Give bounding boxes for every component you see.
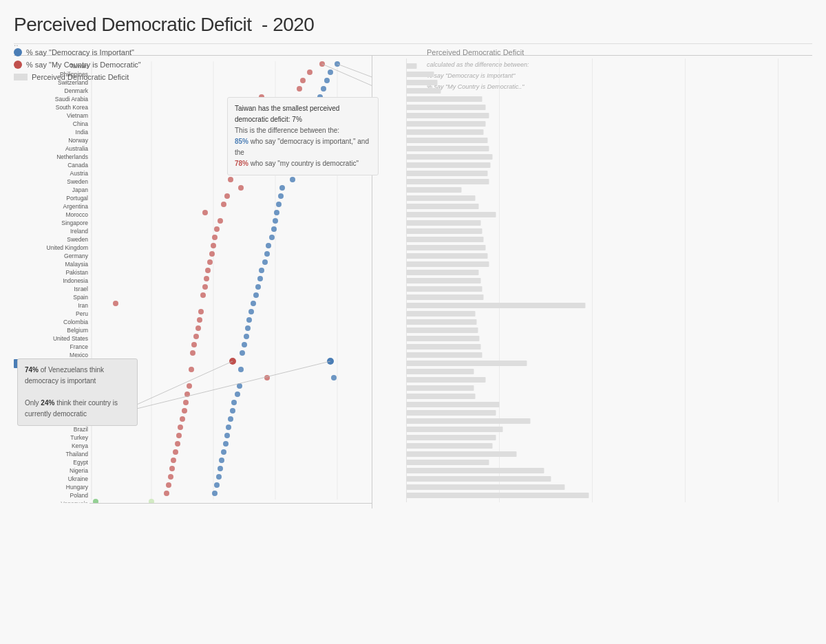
svg-text:Iran: Iran bbox=[78, 302, 88, 309]
svg-text:Taiwan: Taiwan bbox=[70, 63, 89, 69]
svg-rect-204 bbox=[407, 245, 486, 250]
svg-point-152 bbox=[189, 367, 194, 372]
svg-text:Brazil: Brazil bbox=[74, 426, 88, 433]
svg-point-93 bbox=[245, 325, 251, 331]
svg-point-157 bbox=[182, 408, 187, 414]
svg-text:Argentina: Argentina bbox=[63, 203, 89, 210]
svg-text:Mexico: Mexico bbox=[70, 352, 88, 358]
svg-rect-182 bbox=[407, 63, 417, 69]
svg-point-109 bbox=[219, 458, 224, 463]
svg-rect-225 bbox=[407, 418, 531, 424]
svg-point-64 bbox=[321, 86, 326, 92]
svg-rect-226 bbox=[407, 427, 503, 432]
svg-point-140 bbox=[205, 268, 211, 273]
svg-text:Australia: Australia bbox=[65, 145, 88, 152]
svg-point-132 bbox=[221, 202, 226, 207]
svg-point-149 bbox=[191, 342, 197, 347]
svg-point-94 bbox=[244, 334, 249, 339]
svg-text:Turkey: Turkey bbox=[70, 434, 88, 441]
svg-text:Malaysia: Malaysia bbox=[65, 261, 88, 268]
svg-point-78 bbox=[276, 202, 282, 207]
svg-text:Spain: Spain bbox=[73, 294, 88, 301]
svg-text:South Korea: South Korea bbox=[56, 104, 89, 111]
svg-point-96 bbox=[240, 350, 245, 356]
svg-rect-209 bbox=[407, 286, 483, 292]
svg-point-160 bbox=[176, 433, 182, 438]
svg-text:Egypt: Egypt bbox=[73, 459, 88, 466]
svg-text:Japan: Japan bbox=[72, 186, 88, 193]
svg-point-87 bbox=[257, 276, 263, 281]
main-title: Perceived Democratic Deficit - 2020 bbox=[14, 14, 812, 36]
svg-rect-232 bbox=[407, 476, 551, 482]
svg-point-106 bbox=[224, 433, 230, 438]
svg-rect-224 bbox=[407, 410, 496, 416]
svg-point-83 bbox=[266, 243, 271, 248]
svg-rect-227 bbox=[407, 435, 496, 440]
svg-rect-198 bbox=[407, 195, 476, 201]
svg-rect-233 bbox=[407, 484, 565, 490]
svg-text:Hungary: Hungary bbox=[66, 484, 89, 491]
svg-point-147 bbox=[195, 325, 201, 331]
svg-rect-197 bbox=[407, 187, 462, 193]
svg-point-61 bbox=[335, 61, 340, 67]
svg-text:India: India bbox=[76, 129, 89, 136]
right-chart-svg: 0% 25% 50% 75% 100% bbox=[372, 58, 812, 506]
svg-point-88 bbox=[255, 284, 261, 290]
svg-point-146 bbox=[197, 317, 202, 323]
svg-point-168 bbox=[93, 499, 98, 503]
svg-point-90 bbox=[251, 301, 256, 306]
svg-point-134 bbox=[218, 218, 223, 224]
svg-text:Austria: Austria bbox=[70, 170, 89, 177]
svg-rect-199 bbox=[407, 204, 479, 209]
svg-text:Nigeria: Nigeria bbox=[70, 467, 88, 474]
svg-point-113 bbox=[212, 491, 218, 496]
svg-text:Canada: Canada bbox=[67, 162, 88, 169]
svg-point-129 bbox=[228, 177, 233, 182]
svg-rect-223 bbox=[407, 402, 500, 407]
svg-point-117 bbox=[300, 78, 306, 83]
svg-point-92 bbox=[246, 317, 252, 323]
svg-point-116 bbox=[307, 69, 313, 75]
svg-point-102 bbox=[231, 400, 237, 405]
svg-rect-221 bbox=[407, 385, 474, 391]
svg-point-145 bbox=[198, 309, 204, 314]
svg-point-159 bbox=[178, 425, 183, 430]
svg-point-76 bbox=[279, 185, 285, 191]
svg-rect-206 bbox=[407, 261, 489, 267]
svg-point-79 bbox=[274, 210, 279, 215]
svg-rect-184 bbox=[407, 80, 438, 85]
svg-rect-210 bbox=[407, 294, 484, 300]
svg-text:Switzerland: Switzerland bbox=[58, 79, 88, 86]
svg-point-105 bbox=[226, 425, 231, 430]
svg-point-108 bbox=[221, 449, 226, 455]
svg-text:Colombia: Colombia bbox=[63, 319, 88, 325]
svg-rect-208 bbox=[407, 278, 481, 283]
svg-text:France: France bbox=[70, 343, 89, 350]
svg-point-77 bbox=[278, 193, 284, 199]
svg-point-101 bbox=[235, 391, 240, 397]
svg-rect-200 bbox=[407, 212, 496, 217]
svg-text:Singapore: Singapore bbox=[61, 219, 88, 226]
svg-point-138 bbox=[209, 251, 215, 257]
svg-point-148 bbox=[193, 334, 199, 339]
svg-text:Norway: Norway bbox=[68, 137, 89, 144]
svg-point-85 bbox=[262, 259, 268, 265]
svg-rect-234 bbox=[407, 493, 589, 498]
svg-rect-196 bbox=[407, 179, 489, 184]
svg-rect-188 bbox=[407, 113, 489, 118]
venezuela-tooltip: 74% of Venezuelans think democracy is im… bbox=[17, 358, 138, 426]
svg-text:Poland: Poland bbox=[70, 492, 89, 499]
svg-point-86 bbox=[259, 268, 264, 273]
svg-point-150 bbox=[190, 350, 195, 356]
svg-rect-190 bbox=[407, 129, 484, 135]
svg-point-118 bbox=[297, 86, 302, 92]
svg-point-95 bbox=[242, 342, 247, 347]
svg-point-75 bbox=[290, 177, 295, 182]
svg-text:Sweden: Sweden bbox=[67, 236, 88, 243]
svg-point-100 bbox=[237, 383, 242, 389]
svg-point-111 bbox=[216, 474, 222, 480]
svg-text:Saudi Arabia: Saudi Arabia bbox=[55, 96, 88, 103]
svg-point-98 bbox=[238, 367, 244, 372]
svg-rect-185 bbox=[407, 88, 441, 94]
svg-rect-230 bbox=[407, 460, 489, 465]
